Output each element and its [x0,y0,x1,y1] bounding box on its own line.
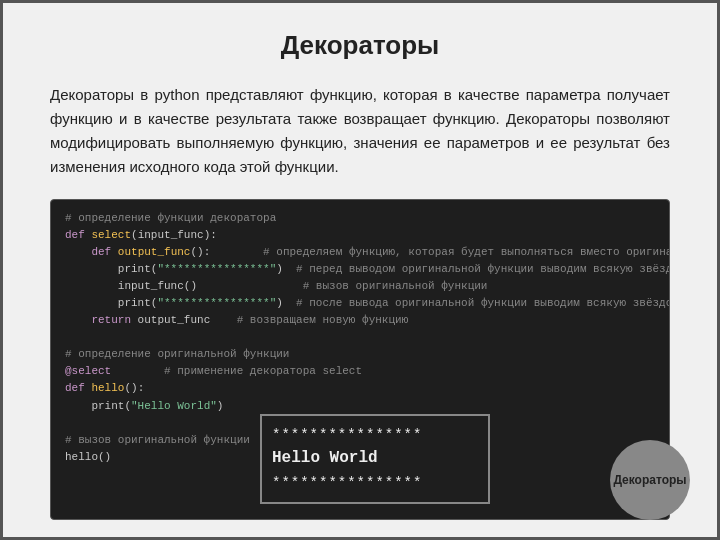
code-line-5: input_func() # вызов оригинальной функци… [65,278,655,295]
code-line-11: def hello(): [65,380,655,397]
code-line-9: # определение оригинальной функции [65,346,655,363]
code-line-4: print("****************") # перед выводо… [65,261,655,278]
code-line-2: def select(input_func): [65,227,655,244]
code-line-8 [65,329,655,346]
slide: Декораторы Декораторы в python представл… [0,0,720,540]
slide-description: Декораторы в python представляют функцию… [50,83,670,179]
slide-title: Декораторы [281,30,440,61]
badge-label: Декораторы [613,473,686,487]
code-line-6: print("****************") # после вывода… [65,295,655,312]
code-line-7: return output_func # возвращаем новую фу… [65,312,655,329]
code-line-12: print("Hello World") [65,398,655,415]
terminal-stars-bottom: **************** [272,472,478,494]
code-line-3: def output_func(): # определяем функцию,… [65,244,655,261]
code-line-1: # определение функции декоратора [65,210,655,227]
terminal-output: **************** Hello World ***********… [260,414,490,504]
terminal-stars-top: **************** [272,424,478,446]
badge-decorators: Декораторы [610,440,690,520]
terminal-hello-world: Hello World [272,446,478,472]
code-line-10: @select # применение декоратора select [65,363,655,380]
